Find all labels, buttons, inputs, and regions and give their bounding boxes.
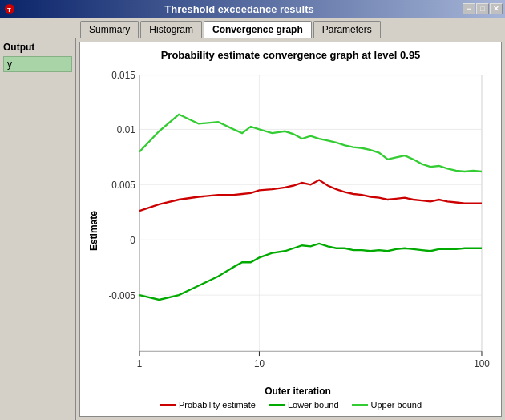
- legend-label-lower: Lower bound: [288, 400, 339, 410]
- svg-rect-0: [139, 75, 482, 352]
- legend-label-probability: Probability estimate: [179, 400, 256, 410]
- svg-text:100: 100: [474, 357, 490, 370]
- sidebar-item-y[interactable]: y: [3, 56, 72, 72]
- legend: Probability estimate Lower bound Upper b…: [87, 400, 495, 410]
- minimize-button[interactable]: −: [463, 3, 475, 14]
- tab-bar: Summary Histogram Convergence graph Para…: [0, 18, 505, 38]
- x-axis-label: Outer iteration: [101, 386, 495, 397]
- y-axis-label: Estimate: [87, 66, 101, 397]
- tab-histogram[interactable]: Histogram: [140, 21, 202, 38]
- tab-parameters[interactable]: Parameters: [313, 21, 381, 38]
- svg-text:0.015: 0.015: [111, 70, 135, 82]
- content-area: Output y Probability estimate convergenc…: [0, 38, 505, 420]
- chart-svg: 0.015 0.01 0.005 0 -0.005 1 10: [101, 66, 495, 384]
- maximize-button[interactable]: □: [476, 3, 489, 14]
- tab-summary[interactable]: Summary: [80, 21, 139, 38]
- close-button[interactable]: ✕: [490, 3, 503, 14]
- title-bar: Threshold exceedance results − □ ✕: [0, 0, 505, 18]
- chart-area: Probability estimate convergence graph a…: [79, 42, 502, 417]
- chart-wrapper: Estimate: [87, 66, 495, 397]
- legend-item-lower: Lower bound: [269, 400, 339, 410]
- svg-text:0.01: 0.01: [117, 124, 135, 136]
- svg-text:0: 0: [130, 234, 135, 246]
- sidebar-header: Output: [3, 42, 72, 53]
- title-bar-title: Threshold exceedance results: [16, 3, 463, 15]
- svg-text:0.005: 0.005: [111, 179, 135, 191]
- legend-color-probability: [160, 404, 176, 406]
- legend-item-probability: Probability estimate: [160, 400, 256, 410]
- main-layout: Summary Histogram Convergence graph Para…: [0, 18, 505, 420]
- legend-label-upper: Upper bound: [371, 400, 422, 410]
- tab-convergence-graph[interactable]: Convergence graph: [204, 21, 312, 38]
- legend-color-upper: [352, 404, 368, 406]
- svg-text:-0.005: -0.005: [108, 289, 135, 301]
- chart-inner: 0.015 0.01 0.005 0 -0.005 1 10: [101, 66, 495, 397]
- chart-svg-container: 0.015 0.01 0.005 0 -0.005 1 10: [101, 66, 495, 384]
- legend-color-lower: [269, 404, 285, 406]
- legend-item-upper: Upper bound: [352, 400, 422, 410]
- svg-text:10: 10: [254, 357, 265, 370]
- sidebar: Output y: [0, 38, 76, 420]
- chart-title: Probability estimate convergence graph a…: [87, 49, 495, 63]
- svg-text:1: 1: [137, 357, 143, 370]
- app-icon: [3, 2, 16, 15]
